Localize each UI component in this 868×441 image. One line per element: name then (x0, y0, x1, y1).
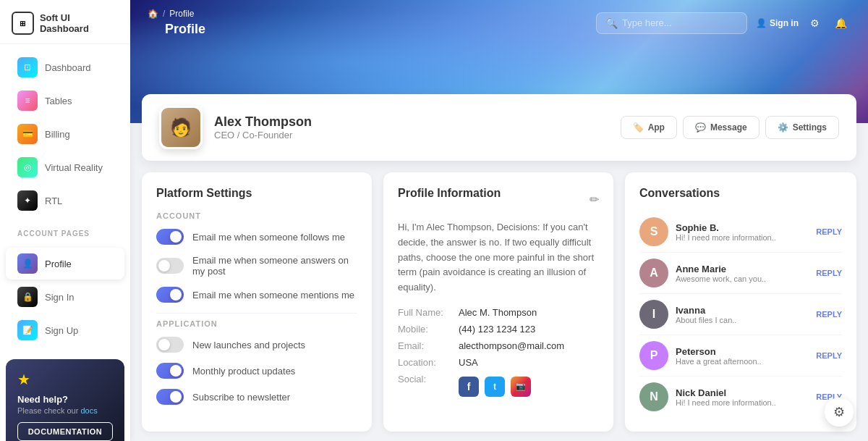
signup-icon: 📝 (17, 320, 38, 340)
avatar-image: 🧑 (161, 108, 200, 147)
rtl-label: RTL (45, 196, 62, 206)
profile-card: 🧑 Alex Thompson CEO / Co-Founder 🏷️ App … (142, 94, 856, 161)
signup-label: Sign Up (45, 325, 78, 336)
dashboard-label: Dashboard (45, 62, 91, 73)
conv-info-anne: Anne Marie Awesome work, can you.. (676, 264, 809, 283)
help-subtitle: Please check our docs (17, 406, 113, 415)
conv-avatar-img: S (639, 217, 668, 246)
email-value: alecthompson@mail.com (459, 340, 564, 351)
conv-msg-ivanna: About files I can.. (676, 316, 809, 324)
reply-button-ivanna[interactable]: REPLY (816, 310, 842, 319)
logo-icon: ⊞ (12, 12, 34, 35)
toggle-knob (158, 339, 170, 350)
location-value: USA (459, 357, 478, 368)
profile-info-title: Profile Information (398, 187, 501, 200)
settings-icon-button[interactable]: ⚙ (804, 13, 825, 33)
breadcrumb: 🏠 / Profile (148, 9, 205, 19)
notification-icon-button[interactable]: 🔔 (830, 13, 851, 33)
documentation-button[interactable]: DOCUMENTATION (17, 422, 113, 441)
fullname-label: Full Name: (398, 307, 456, 318)
location-label: Location: (398, 357, 456, 368)
conv-avatar-peterson: P (639, 341, 668, 370)
gear-fab-icon: ⚙ (833, 404, 845, 420)
search-box: 🔍 (596, 12, 747, 34)
conversations-title: Conversations (639, 187, 842, 200)
settings-button[interactable]: ⚙️ Settings (765, 116, 839, 139)
settings-btn-icon: ⚙️ (778, 122, 788, 133)
profile-label: Profile (45, 259, 72, 269)
toggle-monthly-updates-control[interactable] (156, 363, 184, 379)
reply-button-anne[interactable]: REPLY (816, 269, 842, 277)
conv-avatar-anne: A (639, 259, 668, 287)
sidebar-item-signup[interactable]: 📝 Sign Up (6, 314, 124, 346)
conv-name-anne: Anne Marie (676, 264, 809, 274)
sidebar-item-rtl[interactable]: ✦ RTL (6, 185, 124, 217)
main-nav: ⊡ Dashboard ≡ Tables 💳 Billing ◎ Virtual… (0, 44, 130, 224)
bio-text: Hi, I'm Alec Thompson, Decisions: If you… (398, 220, 599, 295)
breadcrumb-current: Profile (169, 9, 194, 19)
conv-avatar-img: P (639, 341, 668, 370)
edit-icon[interactable]: ✏ (590, 193, 599, 206)
sidebar-item-tables[interactable]: ≡ Tables (6, 85, 124, 117)
toggle-email-answers-control[interactable] (156, 258, 184, 274)
sidebar: ⊞ Soft UI Dashboard ⊡ Dashboard ≡ Tables… (0, 0, 130, 441)
conv-item-nick: N Nick Daniel Hi! I need more informatio… (639, 377, 842, 417)
social-label: Social: (398, 374, 456, 397)
sign-in-label: Sign in (770, 18, 799, 28)
toggle-email-mentions: Email me when someone mentions me (156, 287, 357, 303)
help-star-icon: ★ (17, 371, 113, 388)
toggle-slider (156, 389, 184, 405)
sidebar-item-vr[interactable]: ◎ Virtual Reality (6, 151, 124, 183)
app-label: App (648, 122, 665, 133)
conv-name-sophie: Sophie B. (676, 222, 809, 233)
toggle-subscribe-newsletter-label: Subscribe to newsletter (192, 392, 290, 403)
instagram-icon[interactable]: 📷 (511, 377, 531, 397)
conv-avatar-nick: N (639, 382, 668, 411)
info-mobile: Mobile: (44) 123 1234 123 (398, 324, 599, 335)
conv-avatar-img: N (639, 382, 668, 411)
sidebar-logo: ⊞ Soft UI Dashboard (0, 0, 130, 44)
app-title: Soft UI Dashboard (40, 12, 119, 34)
info-social: Social: f t 📷 (398, 374, 599, 397)
signin-label: Sign In (45, 292, 74, 303)
profile-information-card: Profile Information ✏ Hi, I'm Alec Thomp… (383, 172, 613, 432)
breadcrumb-home-icon: 🏠 (148, 9, 158, 19)
reply-button-sophie[interactable]: REPLY (816, 227, 842, 236)
toggle-subscribe-newsletter-control[interactable] (156, 389, 184, 405)
mobile-label: Mobile: (398, 324, 456, 335)
conv-name-peterson: Peterson (676, 346, 809, 357)
toggle-email-answers-label: Email me when someone answers on my post (192, 255, 357, 277)
gear-fab-button[interactable]: ⚙ (825, 398, 854, 427)
info-location: Location: USA (398, 357, 599, 368)
toggle-email-mentions-control[interactable] (156, 287, 184, 303)
conv-item-sophie: S Sophie B. Hi! I need more information.… (639, 211, 842, 253)
search-icon: 🔍 (605, 17, 618, 29)
toggle-email-follows-control[interactable] (156, 229, 184, 245)
conv-avatar-ivanna: I (639, 300, 668, 329)
conv-name-nick: Nick Daniel (676, 387, 809, 398)
twitter-icon[interactable]: t (485, 377, 505, 397)
app-button[interactable]: 🏷️ App (621, 116, 677, 139)
social-icons: f t 📷 (459, 377, 531, 397)
help-card: ★ Need help? Please check our docs DOCUM… (6, 359, 124, 441)
facebook-icon[interactable]: f (459, 377, 479, 397)
rtl-icon: ✦ (17, 190, 38, 211)
search-input[interactable] (622, 17, 738, 28)
sidebar-item-signin[interactable]: 🔒 Sign In (6, 281, 124, 313)
conversations-card: Conversations S Sophie B. Hi! I need mor… (625, 172, 856, 432)
toggle-new-launches-control[interactable] (156, 337, 184, 353)
sidebar-item-profile[interactable]: 👤 Profile (6, 248, 124, 280)
sidebar-item-billing[interactable]: 💳 Billing (6, 118, 124, 150)
message-label: Message (710, 122, 747, 133)
vr-label: Virtual Reality (45, 162, 103, 173)
reply-button-peterson[interactable]: REPLY (816, 351, 842, 360)
main-content: 🏠 / Profile Profile 🔍 👤 Sign in ⚙ (130, 0, 868, 441)
conv-info-peterson: Peterson Have a great afternoon.. (676, 346, 809, 366)
sidebar-item-dashboard[interactable]: ⊡ Dashboard (6, 51, 124, 83)
help-title: Need help? (17, 394, 113, 405)
conv-info-nick: Nick Daniel Hi! I need more information.… (676, 387, 809, 407)
toggle-email-answers: Email me when someone answers on my post (156, 255, 357, 277)
message-button[interactable]: 💬 Message (683, 116, 760, 139)
app-icon: 🏷️ (633, 122, 644, 133)
sign-in-button[interactable]: 👤 Sign in (756, 18, 799, 28)
